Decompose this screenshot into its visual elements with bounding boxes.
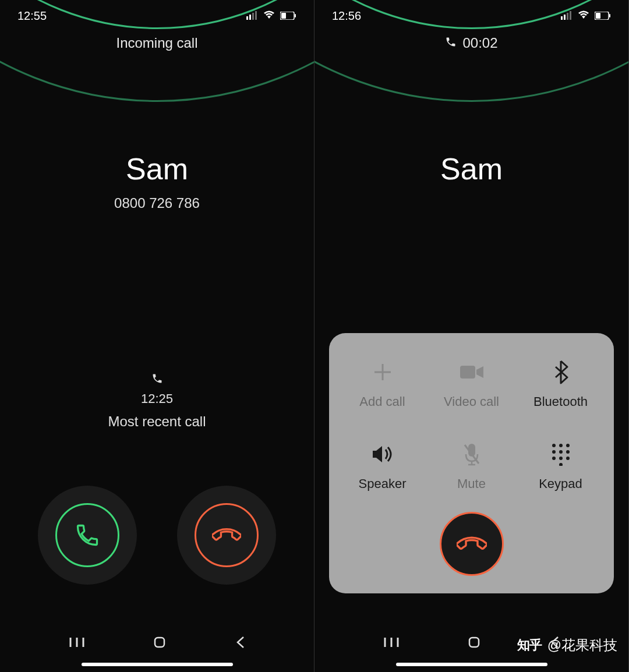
status-time: 12:56 xyxy=(332,9,361,23)
phone-icon xyxy=(445,35,457,51)
nav-bar xyxy=(0,635,314,652)
svg-point-26 xyxy=(552,450,556,454)
status-bar: 12:56 xyxy=(314,0,628,32)
svg-rect-13 xyxy=(567,13,568,20)
svg-point-28 xyxy=(566,450,570,454)
svg-rect-5 xyxy=(281,13,286,19)
call-actions xyxy=(0,486,314,585)
in-call-controls-panel: Add call Video call Bluetooth Speaker xyxy=(329,333,614,593)
svg-rect-20 xyxy=(460,366,475,379)
phone-screen-in-call: 12:56 00:02 Sam Add call xyxy=(314,0,629,672)
keypad-icon xyxy=(550,441,571,467)
battery-icon xyxy=(595,9,611,23)
video-call-button[interactable]: Video call xyxy=(430,359,513,409)
keypad-button[interactable]: Keypad xyxy=(519,441,602,491)
keypad-label: Keypad xyxy=(539,476,582,491)
nav-home-icon[interactable] xyxy=(467,635,481,652)
svg-rect-12 xyxy=(564,15,566,20)
svg-rect-36 xyxy=(469,638,479,647)
call-status-label: Incoming call xyxy=(0,35,314,51)
svg-rect-2 xyxy=(252,13,254,20)
caller-name: Sam xyxy=(0,151,314,186)
end-call-button[interactable] xyxy=(440,512,504,576)
nav-home-icon[interactable] xyxy=(153,635,167,652)
svg-point-29 xyxy=(552,457,556,460)
svg-rect-16 xyxy=(596,13,600,19)
decline-button[interactable] xyxy=(177,486,276,585)
svg-point-25 xyxy=(566,444,570,447)
plus-icon xyxy=(371,359,394,385)
watermark-text: @花果科技 xyxy=(547,636,617,655)
nav-back-icon[interactable] xyxy=(235,635,245,652)
wifi-icon xyxy=(263,9,275,23)
svg-rect-6 xyxy=(295,14,296,17)
answer-button[interactable] xyxy=(38,486,137,585)
svg-rect-14 xyxy=(570,11,571,20)
call-duration: 00:02 xyxy=(462,35,497,51)
svg-point-31 xyxy=(566,457,570,460)
signal-icon xyxy=(561,9,573,23)
watermark: 知乎 @花果科技 xyxy=(517,636,617,655)
zhihu-logo: 知乎 xyxy=(517,636,542,654)
nav-recents-icon[interactable] xyxy=(384,636,399,650)
svg-rect-17 xyxy=(609,14,610,17)
add-call-label: Add call xyxy=(359,394,405,409)
nav-recents-icon[interactable] xyxy=(69,636,84,650)
home-indicator[interactable] xyxy=(396,663,547,666)
signal-icon xyxy=(246,9,258,23)
bluetooth-icon xyxy=(553,359,568,385)
svg-rect-11 xyxy=(561,16,563,20)
mute-button[interactable]: Mute xyxy=(430,441,513,491)
svg-rect-1 xyxy=(249,15,251,20)
mute-label: Mute xyxy=(457,476,486,491)
svg-point-27 xyxy=(559,450,563,454)
status-icons xyxy=(246,9,296,23)
svg-point-24 xyxy=(559,444,563,447)
caller-number: 0800 726 786 xyxy=(0,195,314,211)
recent-call-info: 12:25 Most recent call xyxy=(0,373,314,430)
speaker-icon xyxy=(370,441,395,467)
svg-point-30 xyxy=(559,457,563,460)
svg-rect-0 xyxy=(246,16,248,20)
svg-point-32 xyxy=(559,463,563,466)
speaker-label: Speaker xyxy=(359,476,407,491)
phone-screen-incoming: 12:55 Incoming call Sam 0800 726 786 12:… xyxy=(0,0,314,672)
video-call-label: Video call xyxy=(444,394,499,409)
wifi-icon xyxy=(577,9,590,23)
status-bar: 12:55 xyxy=(0,0,314,32)
recent-call-label: Most recent call xyxy=(0,413,314,430)
svg-rect-3 xyxy=(255,11,257,20)
svg-rect-10 xyxy=(155,638,164,647)
battery-icon xyxy=(280,9,296,23)
mute-icon xyxy=(462,441,481,467)
status-icons xyxy=(561,9,611,23)
bluetooth-button[interactable]: Bluetooth xyxy=(519,359,602,409)
status-time: 12:55 xyxy=(17,9,47,23)
svg-point-23 xyxy=(552,444,556,447)
add-call-button[interactable]: Add call xyxy=(341,359,424,409)
call-duration-row: 00:02 xyxy=(314,35,628,51)
recent-call-time: 12:25 xyxy=(0,391,314,406)
bluetooth-label: Bluetooth xyxy=(533,394,588,409)
caller-name: Sam xyxy=(314,151,628,186)
video-icon xyxy=(459,359,485,385)
speaker-button[interactable]: Speaker xyxy=(341,441,424,491)
home-indicator[interactable] xyxy=(82,663,233,666)
phone-icon xyxy=(151,376,163,386)
